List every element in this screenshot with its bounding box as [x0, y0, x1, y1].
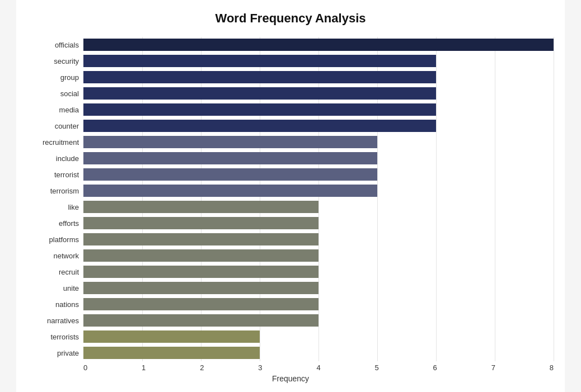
bar-row: narratives: [27, 313, 554, 328]
bar-wrapper: [83, 347, 554, 359]
bar-fill: [83, 217, 318, 229]
bar-wrapper: [83, 217, 554, 229]
bar-label: terrorists: [27, 333, 83, 341]
bar-label: security: [27, 57, 83, 65]
bar-wrapper: [83, 330, 554, 343]
bar-wrapper: [83, 71, 554, 83]
bar-label: private: [27, 349, 83, 357]
bar-fill: [83, 87, 436, 100]
x-tick: 6: [433, 363, 437, 372]
x-tick: 4: [316, 363, 320, 372]
bar-row: efforts: [27, 215, 554, 231]
bar-wrapper: [83, 266, 554, 278]
bar-fill: [83, 185, 377, 197]
bar-fill: [83, 201, 318, 213]
bar-fill: [83, 103, 436, 116]
x-tick: 8: [550, 363, 554, 372]
bar-fill: [83, 136, 377, 148]
bar-label: social: [27, 89, 83, 98]
bar-wrapper: [83, 136, 554, 148]
bar-fill: [83, 39, 554, 51]
bar-fill: [83, 71, 436, 83]
bar-row: platforms: [27, 232, 554, 247]
bar-fill: [83, 120, 436, 132]
x-tick: 7: [491, 363, 495, 372]
bar-row: recruitment: [27, 134, 554, 150]
bar-row: terrorist: [27, 167, 554, 182]
bar-wrapper: [83, 185, 554, 197]
x-tick: 5: [374, 363, 378, 372]
bar-label: counter: [27, 122, 83, 130]
bars-container: officialssecuritygroupsocialmediacounter…: [27, 37, 554, 361]
bar-row: social: [27, 86, 554, 101]
bar-wrapper: [83, 120, 554, 132]
bar-label: nations: [27, 300, 83, 309]
bar-wrapper: [83, 233, 554, 245]
bar-wrapper: [83, 55, 554, 67]
x-tick: 0: [83, 363, 87, 372]
bar-fill: [83, 298, 318, 310]
bar-label: platforms: [27, 235, 83, 244]
bar-row: unite: [27, 280, 554, 296]
x-axis-label: Frequency: [27, 374, 554, 383]
bar-label: include: [27, 154, 83, 163]
bar-row: private: [27, 345, 554, 361]
bar-label: network: [27, 252, 83, 260]
chart-container: Word Frequency Analysis officialssecurit…: [16, 0, 565, 392]
bar-fill: [83, 55, 436, 67]
bar-row: like: [27, 199, 554, 215]
bar-wrapper: [83, 314, 554, 327]
bar-label: like: [27, 203, 83, 211]
bar-fill: [83, 249, 318, 262]
bar-label: recruitment: [27, 138, 83, 147]
x-tick: 1: [142, 363, 146, 372]
bar-fill: [83, 314, 318, 327]
chart-title: Word Frequency Analysis: [27, 11, 554, 26]
bar-wrapper: [83, 282, 554, 294]
bar-row: recruit: [27, 264, 554, 280]
bar-row: nations: [27, 296, 554, 312]
bar-fill: [83, 168, 377, 181]
bar-fill: [83, 152, 377, 164]
bar-fill: [83, 330, 260, 343]
bar-row: officials: [27, 37, 554, 53]
bar-wrapper: [83, 39, 554, 51]
bar-row: media: [27, 102, 554, 117]
grid-line: [554, 37, 554, 361]
bar-row: include: [27, 150, 554, 166]
bar-label: terrorism: [27, 187, 83, 195]
bar-wrapper: [83, 103, 554, 116]
x-tick: 2: [200, 363, 204, 372]
bar-row: network: [27, 248, 554, 263]
bar-row: group: [27, 69, 554, 85]
bar-label: recruit: [27, 268, 83, 276]
bar-fill: [83, 233, 318, 245]
bar-wrapper: [83, 201, 554, 213]
bar-row: counter: [27, 118, 554, 134]
bar-wrapper: [83, 87, 554, 100]
bar-label: officials: [27, 41, 83, 49]
bar-fill: [83, 282, 318, 294]
bar-fill: [83, 347, 260, 359]
bar-label: unite: [27, 284, 83, 292]
bar-label: narratives: [27, 317, 83, 325]
bar-wrapper: [83, 168, 554, 181]
bar-fill: [83, 266, 318, 278]
x-tick: 3: [258, 363, 262, 372]
bar-wrapper: [83, 298, 554, 310]
bar-label: media: [27, 106, 83, 114]
bar-wrapper: [83, 249, 554, 262]
bar-row: terrorism: [27, 183, 554, 199]
bar-wrapper: [83, 152, 554, 164]
bar-label: terrorist: [27, 171, 83, 179]
bar-row: security: [27, 53, 554, 69]
bar-label: efforts: [27, 219, 83, 228]
bar-label: group: [27, 73, 83, 82]
bar-row: terrorists: [27, 329, 554, 344]
